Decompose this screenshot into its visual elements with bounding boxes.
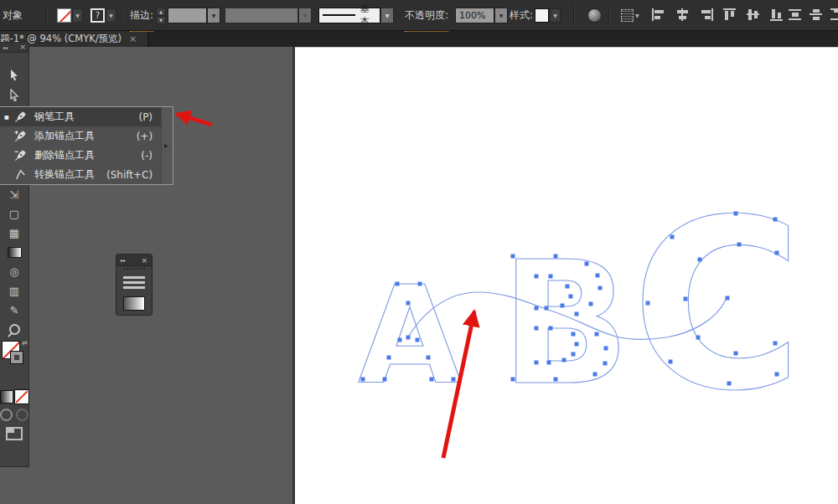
artboard[interactable] [295,47,838,504]
tool-menu-item-pen[interactable]: ■钢笔工具(P) [0,107,161,126]
tool-menu-item-convert[interactable]: 转换锚点工具(Shift+C) [0,165,161,184]
stroke-weight-dropdown[interactable]: ▼ [207,8,220,23]
panel-collapse-icon[interactable]: ◂◂ [3,44,8,50]
convert-icon [14,168,27,181]
direct-selection-tool[interactable] [0,85,28,105]
opacity-value[interactable]: 100% [455,8,494,23]
none-button[interactable] [15,390,28,404]
fill-color-swatch[interactable] [57,8,71,23]
free-transform-tool[interactable]: ▢ [0,204,28,224]
pen-icon [14,111,27,123]
stroke-swatch-symbol: ? [96,11,100,20]
screen-mode-icon[interactable] [6,427,23,440]
selection-tool[interactable] [0,65,28,85]
separator [608,4,610,26]
tools-group-bottom: ⇲▢▦◎▥✎ [0,185,28,339]
tool-menu-item-label: 转换锚点工具 [34,167,95,182]
zoom-tool[interactable] [0,320,28,339]
magnifier-icon [9,324,20,335]
opacity-dropdown[interactable]: ▼ [494,8,508,23]
align-right-button[interactable] [699,8,713,21]
tools-panel-header: ◂◂ × [0,43,28,53]
document-tab-bar: 题-1* @ 94% (CMYK/预览) × [0,30,838,47]
opacity-combo[interactable]: 100% ▼ [455,8,508,23]
mesh-tool[interactable] [0,243,28,262]
gradient-tool-icon [8,247,22,258]
stroke-dropdown-button[interactable]: ▼ [106,8,116,23]
stepper-down-icon[interactable]: ▼ [156,16,166,24]
style-label: 样式: [510,0,533,30]
pen-plus-icon [14,130,27,142]
panel-expand-icon[interactable]: ▸▸ [121,257,126,263]
align-middle-button[interactable] [747,8,761,21]
tool-menu-item-label: 添加锚点工具 [34,129,95,143]
tool-menu-item-pen-minus[interactable]: 删除锚点工具(-) [0,146,161,165]
width-profile-dropdown[interactable]: ▼ [298,8,312,23]
panel-close-icon[interactable]: × [141,256,147,265]
style-swatch[interactable] [535,8,549,23]
tool-menu-item-shortcut: (Shift+C) [106,169,161,181]
tab-close-icon[interactable]: × [129,33,137,44]
align-top-button[interactable] [723,8,737,21]
tool-menu-item-pen-plus[interactable]: 添加锚点工具(+) [0,126,161,146]
perspective-grid-tool[interactable]: ▦ [0,224,28,243]
tool-menu-item-shortcut: (P) [138,111,161,123]
recolor-artwork-icon[interactable] [587,8,602,23]
style-dropdown-button[interactable]: ▼ [550,8,561,23]
fill-stroke-indicator: ⇄ [0,341,28,388]
brush-name: 基本 [360,3,376,28]
color-mode-row [0,390,28,404]
stepper-up-icon[interactable]: ▲ [156,8,166,16]
brush-preview[interactable]: 基本 [318,8,380,23]
menu-rows: ■钢笔工具(P)添加锚点工具(+)删除锚点工具(-)转换锚点工具(Shift+C… [0,107,161,184]
stroke-color-swatch[interactable]: ? [91,8,105,23]
tools-group-top [0,65,28,105]
stroke-panel-icon[interactable] [123,276,145,289]
separator [46,4,48,26]
tool-menu-item-label: 删除锚点工具 [34,148,95,162]
fill-dropdown-button[interactable]: ▼ [72,8,83,23]
align-to-selection-icon[interactable] [621,9,634,22]
align-to-dropdown[interactable]: ▼ [635,13,639,18]
brush-combo[interactable]: 基本 ▼ [318,8,394,23]
draw-normal-icon[interactable] [0,409,13,421]
separator [122,4,123,26]
eyedropper-tool[interactable]: ✎ [0,301,28,320]
align-center-button[interactable] [675,8,690,21]
stroke-weight-combo[interactable]: ▼ [168,8,220,23]
stroke-weight-stepper[interactable]: ▲ ▼ [156,8,166,23]
context-label: 对象 [3,0,23,30]
separator [573,4,575,26]
opacity-panel-link[interactable]: 不透明度: [405,0,448,32]
blend-tool[interactable]: ◎ [0,262,28,281]
panel-close-icon[interactable]: × [19,44,26,51]
artboard-edge [292,47,295,504]
distribute-middle-button[interactable] [810,8,824,21]
panel-grip[interactable] [123,268,145,272]
scale-tool[interactable]: ⇲ [0,185,28,204]
width-profile-value [225,8,298,23]
swap-fill-stroke-icon[interactable]: ⇄ [22,339,28,347]
gradient-panel-icon[interactable] [123,296,145,311]
stroke-weight-value[interactable] [168,8,207,23]
column-graph-tool[interactable]: ▥ [0,281,28,301]
tool-menu-item-shortcut: (-) [141,150,161,162]
stroke-swatch[interactable] [11,352,23,363]
draw-behind-icon[interactable] [16,409,28,421]
brush-dropdown[interactable]: ▼ [380,8,394,23]
stroke-panel-link[interactable]: 描边: [130,0,153,32]
selected-tool-bullet: ■ [4,114,9,120]
align-bottom-button[interactable] [770,8,784,21]
gradient-button[interactable] [0,390,13,404]
tool-menu-item-shortcut: (+) [137,131,161,142]
width-profile-combo[interactable]: ▼ [225,8,312,23]
distribute-top-button[interactable] [789,8,803,21]
distribute-bottom-button[interactable] [830,8,838,21]
drawing-modes [0,409,28,421]
menu-tearoff-strip[interactable]: ▶ [161,107,173,184]
floating-panel-dock: ▸▸ × [116,254,153,316]
floating-panel-header[interactable]: ▸▸ × [116,255,152,266]
control-bar: 对象 ▼ ? ▼ 描边: ▲ ▼ ▼ ▼ 基本 ▼ 不透明度: 1 [0,0,838,31]
tearoff-arrow-icon: ▶ [164,142,168,148]
align-left-button[interactable] [652,8,666,21]
